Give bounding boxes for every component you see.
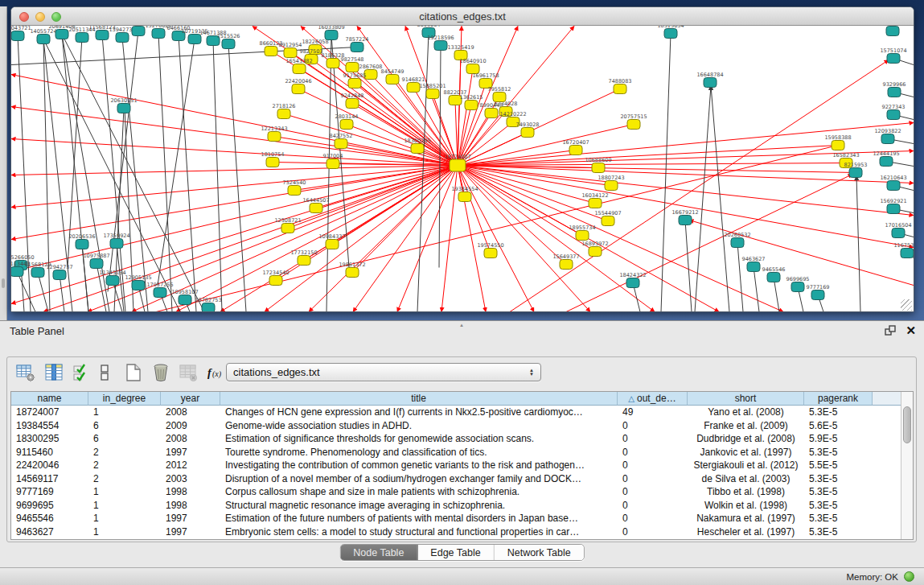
column-header[interactable]: short — [688, 392, 804, 406]
graph-node[interactable] — [386, 75, 399, 84]
graph-node[interactable] — [592, 163, 605, 173]
graph-node[interactable] — [346, 99, 359, 109]
table-row[interactable]: 1830029562008Estimation of significance … — [11, 432, 913, 446]
graph-node[interactable] — [679, 216, 692, 225]
table-row[interactable]: 977716911998Corpus callosum shape and si… — [11, 485, 913, 499]
show-columns-icon[interactable] — [43, 362, 64, 383]
column-header[interactable]: pagerank — [804, 392, 873, 406]
graph-node[interactable] — [293, 64, 306, 74]
graph-node[interactable] — [346, 268, 359, 278]
graph-node[interactable] — [849, 168, 862, 178]
graph-node[interactable] — [11, 31, 24, 41]
column-header[interactable]: in_degree — [88, 392, 161, 406]
column-header[interactable]: title — [220, 392, 618, 406]
graph-node[interactable] — [886, 27, 899, 36]
table-source-select[interactable]: citations_edges.txt ▲▼ — [226, 363, 541, 381]
graph-node[interactable] — [560, 260, 573, 270]
row-height-icon[interactable] — [97, 362, 118, 383]
table-row[interactable]: 1456911722003Disruption of a novel membe… — [11, 472, 913, 486]
tab-edge-table[interactable]: Edge Table — [417, 545, 494, 560]
table-row[interactable]: 969969511998Structural magnetic resonanc… — [11, 499, 913, 513]
graph-node[interactable] — [335, 139, 347, 149]
close-panel-icon[interactable]: ✕ — [906, 324, 916, 336]
graph-node[interactable] — [589, 199, 602, 208]
graph-node[interactable] — [106, 276, 119, 286]
network-window[interactable]: citations_edges.txt 86601238912954182260… — [10, 6, 914, 312]
graph-node[interactable] — [152, 29, 165, 39]
scrollbar-thumb[interactable] — [903, 406, 911, 443]
graph-node[interactable] — [281, 224, 294, 233]
table-row[interactable]: 911546021997Tourette syndrome. Phenomeno… — [11, 446, 913, 459]
graph-node[interactable] — [288, 186, 301, 196]
left-panel-edge[interactable] — [0, 6, 7, 320]
graph-node[interactable] — [269, 276, 282, 286]
graph-node[interactable] — [110, 239, 123, 249]
graph-node[interactable] — [832, 141, 844, 150]
graph-node[interactable] — [55, 30, 68, 39]
graph-node[interactable] — [116, 33, 129, 43]
graph-node[interactable] — [605, 181, 618, 191]
table-row[interactable]: 946554611997Estimation of the future num… — [11, 512, 913, 525]
delete-table-icon[interactable] — [178, 362, 199, 383]
graph-node[interactable] — [887, 181, 900, 191]
graph-node[interactable] — [811, 290, 824, 300]
graph-node[interactable] — [450, 159, 466, 171]
graph-node[interactable] — [266, 158, 279, 167]
graph-node[interactable] — [348, 79, 361, 89]
graph-node[interactable] — [53, 270, 66, 280]
graph-node[interactable] — [627, 120, 640, 130]
graph-node[interactable] — [90, 259, 103, 269]
table-row[interactable]: 2242004622012Investigating the contribut… — [11, 459, 913, 472]
graph-node[interactable] — [664, 29, 677, 39]
graph-node[interactable] — [887, 54, 900, 64]
table-row[interactable]: 1872400712008Changes of HCN gene express… — [11, 406, 913, 419]
graph-node[interactable] — [901, 249, 914, 258]
graph-node[interactable] — [76, 33, 88, 43]
table-settings-icon[interactable] — [15, 362, 36, 383]
graph-node[interactable] — [614, 84, 626, 94]
graph-node[interactable] — [117, 104, 130, 113]
graph-node[interactable] — [325, 31, 338, 40]
graph-node[interactable] — [881, 134, 894, 144]
select-rows-icon[interactable] — [72, 362, 92, 383]
graph-node[interactable] — [747, 262, 760, 272]
graph-node[interactable] — [791, 282, 804, 292]
graph-node[interactable] — [485, 109, 498, 118]
window-resize-grip[interactable] — [901, 299, 912, 311]
tab-network-table[interactable]: Network Table — [495, 545, 584, 560]
graph-node[interactable] — [704, 78, 717, 88]
graph-node[interactable] — [310, 204, 322, 213]
graph-node[interactable] — [292, 84, 305, 94]
table-row[interactable]: 1938455462009Genome-wide association stu… — [11, 419, 913, 433]
graph-node[interactable] — [351, 43, 363, 52]
graph-node[interactable] — [602, 216, 614, 226]
graph-node[interactable] — [767, 273, 780, 282]
graph-node[interactable] — [731, 238, 744, 248]
float-panel-icon[interactable] — [885, 325, 896, 336]
graph-node[interactable] — [888, 88, 901, 97]
graph-node[interactable] — [277, 109, 290, 119]
graph-node[interactable] — [887, 110, 900, 120]
graph-node[interactable] — [132, 27, 145, 36]
graph-node[interactable] — [326, 240, 339, 249]
graph-node[interactable] — [132, 281, 145, 290]
network-window-titlebar[interactable]: citations_edges.txt — [11, 7, 914, 26]
graph-node[interactable] — [411, 144, 424, 154]
graph-node[interactable] — [569, 146, 582, 155]
splitter-grip[interactable] — [2, 278, 5, 288]
graph-node[interactable] — [284, 48, 297, 58]
network-canvas[interactable]: 8660123891295418226058982750316543382224… — [11, 26, 914, 312]
graph-node[interactable] — [202, 303, 215, 313]
graph-node[interactable] — [326, 59, 339, 68]
graph-node[interactable] — [326, 159, 339, 169]
graph-node[interactable] — [11, 267, 23, 277]
graph-node[interactable] — [484, 249, 497, 258]
graph-node[interactable] — [96, 31, 109, 40]
graph-node[interactable] — [179, 295, 191, 305]
graph-node[interactable] — [465, 101, 478, 110]
graph-node[interactable] — [37, 35, 50, 44]
graph-node[interactable] — [298, 256, 310, 266]
delete-icon[interactable] — [150, 362, 171, 383]
graph-node[interactable] — [407, 83, 420, 93]
graph-node[interactable] — [493, 93, 506, 102]
